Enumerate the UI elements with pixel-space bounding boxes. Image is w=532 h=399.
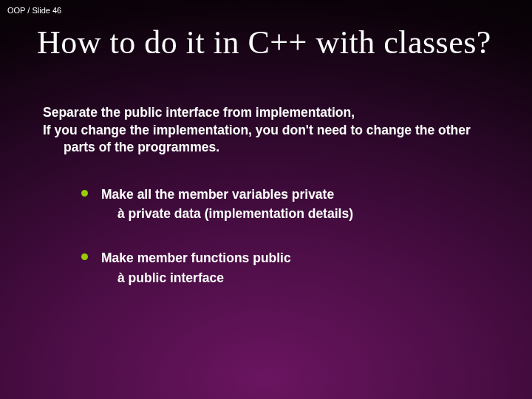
intro-line-1: Separate the public interface from imple…	[43, 104, 489, 122]
list-item: Make all the member variables private à …	[81, 185, 532, 224]
slide-header: OOP / Slide 46	[0, 0, 532, 15]
bullet-icon	[81, 253, 88, 260]
arrow-icon: à private data (implementation details)	[117, 206, 353, 221]
bullet-main: Make member functions public	[101, 250, 291, 265]
list-item: Make member functions public à public in…	[81, 248, 532, 287]
bullet-text: Make all the member variables private à …	[101, 185, 353, 224]
bullet-main: Make all the member variables private	[101, 187, 334, 202]
arrow-icon: à public interface	[117, 270, 224, 285]
intro-block: Separate the public interface from imple…	[0, 61, 532, 157]
bullet-icon	[81, 190, 88, 197]
bullet-text: Make member functions public à public in…	[101, 248, 291, 287]
slide-title: How to do it in C++ with classes?	[0, 15, 532, 61]
intro-line-2: If you change the implementation, you do…	[43, 122, 489, 157]
bullet-list: Make all the member variables private à …	[0, 157, 532, 287]
bullet-sub: à private data (implementation details)	[101, 204, 353, 223]
bullet-sub: à public interface	[101, 268, 291, 287]
